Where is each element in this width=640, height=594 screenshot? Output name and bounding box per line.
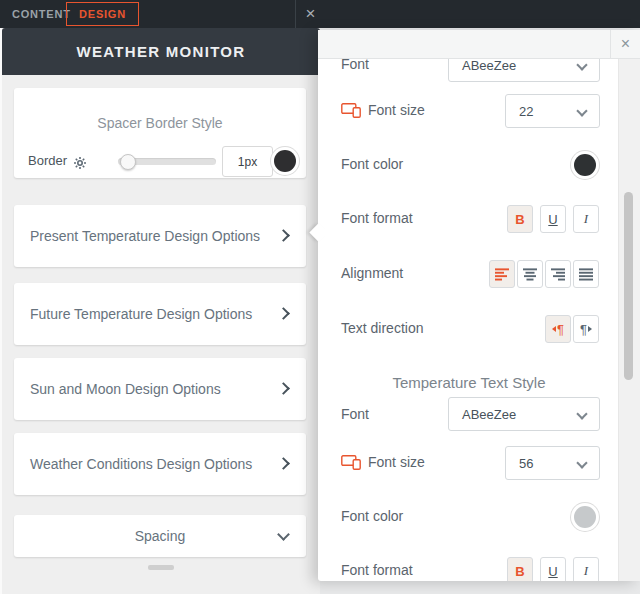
border-row: Border xyxy=(14,146,306,176)
temperature-font-select[interactable]: ABeeZee xyxy=(448,397,600,431)
design-options-popover: Font ABeeZee Font size 22 Font color Fon… xyxy=(318,30,640,581)
direction-rtl-button[interactable]: ¶ xyxy=(573,315,599,343)
font-format-label: Font format xyxy=(341,562,413,578)
font-size-select-value: 22 xyxy=(519,104,533,119)
card-label: Future Temperature Design Options xyxy=(30,283,252,345)
card-weather-conditions-options[interactable]: Weather Conditions Design Options xyxy=(14,433,306,495)
temperature-text-style-title: Temperature Text Style xyxy=(318,374,620,391)
font-size-label: Font size xyxy=(368,454,425,470)
italic-button[interactable]: I xyxy=(573,557,599,581)
card-label: Present Temperature Design Options xyxy=(30,205,260,267)
font-select-value: ABeeZee xyxy=(462,58,516,73)
font-color-label: Font color xyxy=(341,156,403,172)
border-color-swatch[interactable] xyxy=(274,150,296,172)
temperature-font-color-swatch[interactable] xyxy=(574,506,596,528)
spacer-border-style-card: Spacer Border Style Border xyxy=(14,88,306,178)
alignment-group xyxy=(489,260,599,288)
bold-button[interactable]: B xyxy=(507,205,533,233)
gear-icon[interactable] xyxy=(74,155,86,173)
underline-button[interactable]: U xyxy=(540,205,566,233)
align-justify-button[interactable] xyxy=(573,260,599,288)
bold-button[interactable]: B xyxy=(507,557,533,581)
scrollbar-thumb[interactable] xyxy=(624,192,633,380)
font-color-swatch[interactable] xyxy=(574,154,596,176)
text-direction-group: ¶ ¶ xyxy=(545,315,599,343)
chevron-down-icon xyxy=(576,105,587,116)
border-width-input[interactable] xyxy=(222,146,273,177)
alignment-label: Alignment xyxy=(341,265,403,281)
popover-header: × xyxy=(318,30,640,59)
align-left-icon xyxy=(495,268,509,281)
temperature-font-size-select[interactable]: 56 xyxy=(505,446,600,480)
chevron-right-icon xyxy=(277,457,290,470)
topbar-divider xyxy=(295,0,296,28)
font-format-label: Font format xyxy=(341,210,413,226)
align-right-button[interactable] xyxy=(545,260,571,288)
pilcrow-ltr-icon: ¶ xyxy=(552,323,564,336)
text-direction-label: Text direction xyxy=(341,320,423,336)
border-width-slider[interactable] xyxy=(118,158,216,165)
chevron-right-icon xyxy=(277,382,290,395)
font-format-group: B U I xyxy=(507,205,599,233)
font-size-label: Font size xyxy=(368,102,425,118)
tab-design[interactable]: DESIGN xyxy=(66,2,139,26)
align-center-button[interactable] xyxy=(517,260,543,288)
align-justify-icon xyxy=(579,268,593,281)
card-present-temperature-options[interactable]: Present Temperature Design Options xyxy=(14,205,306,267)
align-center-icon xyxy=(523,268,537,281)
card-label: Sun and Moon Design Options xyxy=(30,358,221,420)
font-size-label-group: Font size xyxy=(341,454,425,470)
pilcrow-rtl-icon: ¶ xyxy=(580,323,592,336)
top-bar: CONTENT DESIGN × xyxy=(0,0,640,28)
font-size-select-value: 56 xyxy=(519,456,533,471)
direction-ltr-button[interactable]: ¶ xyxy=(545,315,571,343)
font-size-label-group: Font size xyxy=(341,102,425,118)
chevron-down-icon xyxy=(576,408,587,419)
spacing-card[interactable]: Spacing xyxy=(14,515,306,557)
widget-settings-panel: WEATHER MONITOR Spacer Border Style Bord… xyxy=(2,28,320,594)
font-label: Font xyxy=(341,406,369,422)
scrollbar-track[interactable] xyxy=(618,58,640,581)
close-icon[interactable]: × xyxy=(610,30,640,58)
card-label: Weather Conditions Design Options xyxy=(30,433,252,495)
spacing-label: Spacing xyxy=(14,515,306,557)
chevron-down-icon xyxy=(576,457,587,468)
slider-thumb[interactable] xyxy=(120,154,136,170)
responsive-devices-icon xyxy=(341,455,361,470)
underline-button[interactable]: U xyxy=(540,557,566,581)
font-size-select[interactable]: 22 xyxy=(505,94,600,128)
card-title: Spacer Border Style xyxy=(14,115,306,131)
chevron-right-icon xyxy=(277,307,290,320)
align-right-icon xyxy=(551,268,565,281)
card-sun-and-moon-options[interactable]: Sun and Moon Design Options xyxy=(14,358,306,420)
font-select-value: ABeeZee xyxy=(462,407,516,422)
align-left-button[interactable] xyxy=(489,260,515,288)
tab-content[interactable]: CONTENT xyxy=(12,0,71,28)
italic-button[interactable]: I xyxy=(573,205,599,233)
border-label: Border xyxy=(28,146,67,176)
panel-title: WEATHER MONITOR xyxy=(2,28,320,75)
chevron-down-icon xyxy=(576,59,587,70)
font-color-label: Font color xyxy=(341,508,403,524)
temperature-font-format-group: B U I xyxy=(507,557,599,581)
close-icon[interactable]: × xyxy=(297,0,324,28)
panel-drag-handle[interactable] xyxy=(148,565,174,570)
responsive-devices-icon xyxy=(341,103,361,118)
card-future-temperature-options[interactable]: Future Temperature Design Options xyxy=(14,283,306,345)
chevron-right-icon xyxy=(277,229,290,242)
